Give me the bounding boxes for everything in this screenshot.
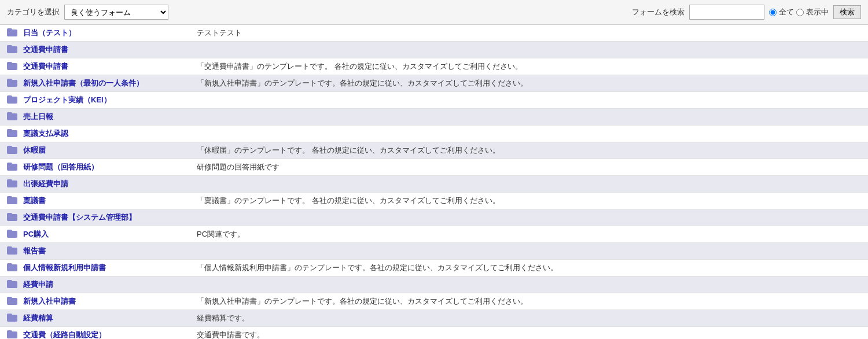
form-name-cell: 経費精算 [19,310,192,327]
form-name-link[interactable]: 出張経費申請 [23,179,68,188]
form-desc-cell [192,126,868,142]
form-desc-cell: PC関連です。 [192,226,868,243]
folder-icon [7,146,17,154]
folder-icon [7,263,17,271]
form-desc-cell: 「新規入社申請書」のテンプレートです。各社の規定に従い、カスタマイズしてご利用く… [192,75,868,92]
form-name-cell: 休暇届 [19,142,192,159]
form-name-cell: 新規入社申請書（最初の一人条件） [19,75,192,92]
folder-icon-cell [0,310,19,327]
radio-showing[interactable] [796,9,804,16]
form-name-link[interactable]: 売上日報 [23,112,53,121]
table-row: 新規入社申請書（最初の一人条件）「新規入社申請書」のテンプレートです。各社の規定… [0,75,868,92]
form-name-link[interactable]: 稟議支払承認 [23,129,68,138]
folder-icon [7,314,17,322]
table-row: プロジェクト実績（KEI） [0,92,868,109]
category-label: カテゴリを選択 [7,7,60,17]
form-desc-cell: 「休暇届」のテンプレートです。 各社の規定に従い、カスタマイズしてご利用ください… [192,142,868,159]
folder-icon [7,196,17,204]
form-desc-cell [192,42,868,58]
table-row: 稟議支払承認 [0,126,868,142]
category-select[interactable]: 良く使うフォーム全て経費申請書 [64,5,168,20]
table-row: 研修問題（回答用紙）研修問題の回答用紙です [0,159,868,176]
form-name-link[interactable]: 交通費申請書 [23,62,68,71]
form-name-link[interactable]: 経費申請 [23,280,53,289]
form-name-link[interactable]: プロジェクト実績（KEI） [23,95,111,104]
folder-icon-cell [0,42,19,58]
table-row: 稟議書「稟議書」のテンプレートです。 各社の規定に従い、カスタマイズしてご利用く… [0,193,868,209]
form-name-cell: 稟議支払承認 [19,126,192,142]
folder-icon [7,297,17,305]
folder-icon-cell [0,209,19,226]
top-bar: カテゴリを選択 良く使うフォーム全て経費申請書 フォームを検索 全て 表示中 検… [0,0,868,25]
form-name-cell: 交通費（経路自動設定） [19,327,192,340]
table-row: 売上日報 [0,109,868,126]
folder-icon [7,163,17,171]
table-row: 交通費申請書 [0,42,868,58]
form-desc-cell: 「稟議書」のテンプレートです。 各社の規定に従い、カスタマイズしてご利用ください… [192,193,868,209]
folder-icon [7,246,17,255]
form-name-cell: 稟議書 [19,193,192,209]
table-row: 経費精算経費精算です。 [0,310,868,327]
form-name-link[interactable]: 新規入社申請書 [23,297,76,305]
form-desc-cell [192,92,868,109]
form-desc-cell [192,277,868,293]
radio-all[interactable] [769,9,777,16]
table-row: 出張経費申請 [0,176,868,193]
folder-icon [7,62,17,70]
form-name-link[interactable]: 個人情報新規利用申請書 [23,263,106,272]
table-row: 経費申請 [0,277,868,293]
form-list: 日当（テスト）テストテスト交通費申請書交通費申請書「交通費申請書」のテンプレート… [0,25,868,339]
table-row: 交通費申請書「交通費申請書」のテンプレートです。 各社の規定に従い、カスタマイズ… [0,58,868,75]
category-section: カテゴリを選択 良く使うフォーム全て経費申請書 [7,5,168,20]
form-name-cell: 日当（テスト） [19,25,192,42]
search-button[interactable]: 検索 [833,5,861,19]
folder-icon-cell [0,243,19,260]
form-desc-cell [192,109,868,126]
table-row: 交通費（経路自動設定）交通費申請書です。 [0,327,868,340]
form-name-cell: 売上日報 [19,109,192,126]
folder-icon-cell [0,109,19,126]
form-name-link[interactable]: 交通費申請書【システム管理部】 [23,213,136,222]
form-desc-cell: 経費精算です。 [192,310,868,327]
form-name-link[interactable]: PC購入 [23,230,49,238]
radio-all-label[interactable]: 全て [779,7,794,17]
folder-icon [7,129,17,137]
form-name-link[interactable]: 経費精算 [23,314,53,322]
table-row: PC購入PC関連です。 [0,226,868,243]
folder-icon-cell [0,92,19,109]
form-desc-cell [192,176,868,193]
form-name-link[interactable]: 交通費申請書 [23,45,68,54]
folder-icon-cell [0,293,19,310]
folder-icon-cell [0,226,19,243]
folder-icon [7,213,17,221]
folder-icon [7,112,17,120]
folder-icon-cell [0,25,19,42]
folder-icon [7,95,17,104]
folder-icon [7,28,17,36]
form-name-link[interactable]: 休暇届 [23,146,46,154]
form-desc-cell: 交通費申請書です。 [192,327,868,340]
form-name-cell: 報告書 [19,243,192,260]
form-desc-cell: テストテスト [192,25,868,42]
folder-icon [7,179,17,187]
folder-icon [7,280,17,288]
form-name-link[interactable]: 日当（テスト） [23,28,76,37]
form-name-cell: 個人情報新規利用申請書 [19,260,192,277]
folder-icon-cell [0,75,19,92]
folder-icon-cell [0,277,19,293]
folder-icon-cell [0,327,19,340]
search-label: フォームを検索 [632,7,685,17]
form-name-link[interactable]: 稟議書 [23,196,46,205]
folder-icon [7,45,17,53]
radio-showing-label[interactable]: 表示中 [806,7,829,17]
form-name-link[interactable]: 研修問題（回答用紙） [23,163,98,171]
search-section: フォームを検索 全て 表示中 検索 [632,5,861,20]
folder-icon-cell [0,126,19,142]
form-name-link[interactable]: 交通費（経路自動設定） [23,330,106,339]
form-name-cell: 交通費申請書 [19,58,192,75]
folder-icon [7,230,17,238]
search-input[interactable] [689,5,764,20]
form-name-link[interactable]: 新規入社申請書（最初の一人条件） [23,79,144,87]
form-desc-cell [192,243,868,260]
form-name-link[interactable]: 報告書 [23,246,46,255]
